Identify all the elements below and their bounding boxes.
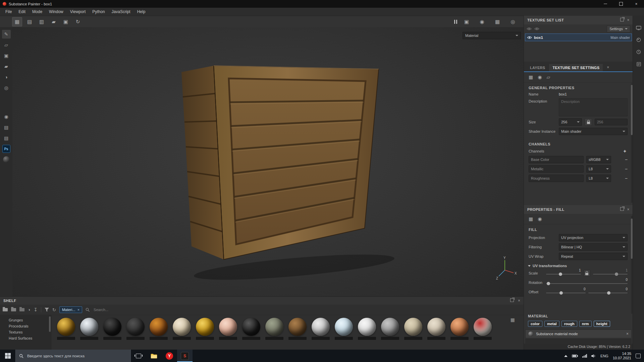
thumbnail-size-icon[interactable]: ▦	[511, 317, 515, 322]
maximize-button[interactable]	[613, 0, 629, 8]
history-icon[interactable]	[635, 49, 642, 55]
mesh-subtab-icon[interactable]: ▱	[546, 74, 550, 80]
hide-icon[interactable]: ◑	[28, 308, 30, 312]
minimize-button[interactable]	[598, 0, 613, 8]
focus-icon[interactable]: ▣	[61, 17, 70, 26]
slider-handle[interactable]	[547, 282, 550, 285]
size-dropdown[interactable]: 256	[559, 118, 582, 126]
categories-scrollbar[interactable]	[49, 316, 51, 332]
menu-viewport[interactable]: Viewport	[67, 8, 89, 16]
projection-dropdown[interactable]: UV projection	[559, 234, 628, 241]
close-button[interactable]: ×	[629, 0, 644, 8]
log-icon[interactable]	[635, 61, 642, 67]
chip-height[interactable]: height	[594, 321, 610, 327]
undock-icon[interactable]	[620, 207, 624, 211]
speaker-icon[interactable]	[591, 354, 596, 358]
material-thumbnail[interactable]	[196, 318, 214, 340]
material-thumbnail[interactable]	[149, 318, 168, 340]
material-mode-icon[interactable]: ◉	[2, 112, 11, 121]
tray-expand-icon[interactable]	[564, 355, 568, 357]
tab-texture-set-settings[interactable]: TEXTURE SET SETTINGS	[549, 64, 603, 71]
remove-filter-icon[interactable]: ×	[77, 308, 79, 312]
chip-color[interactable]: color	[528, 321, 542, 327]
start-button[interactable]	[0, 350, 15, 362]
close-icon[interactable]: ×	[518, 298, 520, 303]
menu-python[interactable]: Python	[89, 8, 108, 16]
material-subtab-icon[interactable]: ◉	[538, 216, 542, 222]
channel-name-base-color[interactable]: Base Color	[529, 156, 584, 163]
filtering-dropdown[interactable]: Bilinear | HQ	[559, 243, 628, 251]
language-indicator[interactable]: ENG	[600, 354, 608, 358]
refresh-icon[interactable]: ↻	[52, 308, 56, 312]
slider-handle[interactable]	[559, 273, 562, 276]
material-thumbnail[interactable]	[242, 318, 261, 340]
fill-subtab-icon[interactable]: ▦	[529, 216, 533, 222]
remove-channel-icon[interactable]: −	[625, 176, 628, 181]
description-field[interactable]	[559, 98, 628, 116]
battery-icon[interactable]	[572, 354, 578, 358]
menu-file[interactable]: File	[2, 8, 15, 16]
texture-set-settings-button[interactable]: Settings	[607, 25, 630, 33]
undock-icon[interactable]	[510, 298, 514, 302]
menu-help[interactable]: Help	[134, 8, 149, 16]
duplicate-folder-icon[interactable]	[19, 308, 24, 311]
material-thumbnail[interactable]	[288, 318, 307, 340]
smudge-tool[interactable]: ◑	[2, 73, 11, 81]
mirror-icon[interactable]: ▰	[49, 17, 58, 26]
viewport-material-dropdown[interactable]: Material	[463, 32, 521, 39]
snap-grid-icon[interactable]: ▤	[25, 17, 34, 26]
material-thumbnail[interactable]	[427, 318, 446, 340]
scale-x-slider[interactable]: 1	[546, 269, 581, 277]
clone-tool[interactable]: ◎	[2, 83, 11, 92]
close-icon[interactable]: ×	[627, 18, 630, 22]
eye-all-icon[interactable]	[527, 27, 532, 31]
menu-javascript[interactable]: JavaScript	[108, 8, 134, 16]
offset-x-slider[interactable]: 0	[546, 288, 586, 296]
uv-transformations-toggle[interactable]: UV transformations	[524, 261, 633, 268]
material-thumbnail[interactable]	[103, 318, 122, 340]
material-thumbnail[interactable]	[404, 318, 423, 340]
category-hard-surfaces[interactable]: Hard Surfaces	[0, 335, 51, 341]
chip-nrm[interactable]: nrm	[579, 321, 592, 327]
uv-wrap-dropdown[interactable]: Repeat	[559, 253, 628, 260]
import-resources-icon[interactable]: ↧	[34, 307, 38, 312]
dismiss-notification-icon[interactable]: ×	[626, 331, 629, 336]
material-thumbnail[interactable]	[80, 318, 99, 340]
new-folder-icon[interactable]	[11, 308, 16, 311]
taskbar-search[interactable]	[15, 350, 131, 362]
undock-icon[interactable]	[620, 18, 624, 21]
channel-name-roughness[interactable]: Roughness	[529, 175, 584, 182]
slider-handle[interactable]	[615, 273, 618, 276]
category-procedurals[interactable]: Procedurals	[0, 323, 51, 329]
shader-view-icon[interactable]: ◉	[477, 17, 487, 26]
material-thumbnail[interactable]	[473, 318, 492, 340]
material-thumbnail[interactable]	[172, 318, 191, 340]
display-settings-icon[interactable]	[635, 24, 642, 31]
active-filter-chip[interactable]: Materi... ×	[59, 306, 82, 313]
offset-y-slider[interactable]: 0	[588, 288, 628, 296]
material-thumbnail[interactable]	[334, 318, 353, 340]
rotate-view-icon[interactable]: ↻	[73, 17, 83, 26]
remove-channel-icon[interactable]: −	[625, 166, 628, 172]
channel-format-base-color[interactable]: sRGB8	[586, 156, 611, 163]
material-thumbnail[interactable]	[57, 318, 75, 340]
display-mode-icon[interactable]: ▣	[462, 17, 471, 26]
category-grunges[interactable]: Grunges	[0, 317, 51, 323]
shader-settings-icon[interactable]	[635, 37, 642, 43]
channel-name-metallic[interactable]: Metallic	[529, 165, 584, 173]
shader-subtab-icon[interactable]: ◉	[538, 74, 542, 80]
yandex-browser-button[interactable]: Y	[162, 350, 177, 362]
3d-viewport[interactable]: Material Y X Z	[12, 27, 524, 296]
eye-single-icon[interactable]	[534, 27, 539, 31]
close-tab-icon[interactable]: ×	[605, 63, 610, 71]
material-thumbnail[interactable]	[381, 318, 399, 340]
material-thumbnail[interactable]	[450, 318, 469, 340]
eraser-tool[interactable]: ▱	[2, 41, 11, 49]
shelf-search-input[interactable]	[93, 307, 168, 312]
network-icon[interactable]	[582, 354, 587, 358]
folder-icon[interactable]	[3, 308, 8, 311]
chip-rough[interactable]: rough	[561, 321, 577, 327]
menu-edit[interactable]: Edit	[15, 8, 29, 16]
tab-layers[interactable]: LAYERS	[527, 64, 548, 71]
size-lock-button[interactable]	[585, 118, 592, 126]
